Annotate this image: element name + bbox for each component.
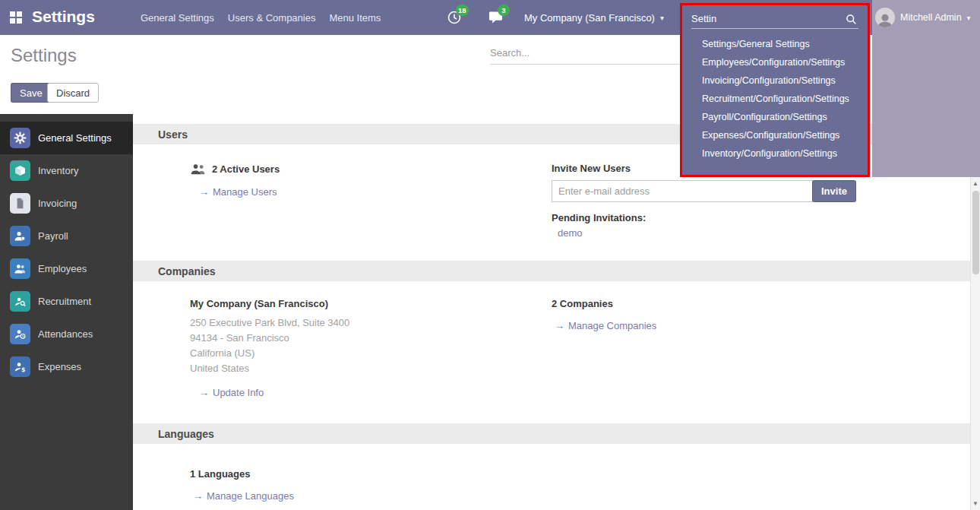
annotation-highlight-search-dropdown: Settings/General Settings Employees/Conf… — [680, 3, 870, 177]
company-address: 250 Executive Park Blvd, Suite 3400 9413… — [190, 315, 552, 376]
person-dollar-icon: $ — [10, 356, 30, 377]
company-name: My Company (San Francisco) — [524, 12, 655, 24]
person-magnifier-icon — [10, 291, 30, 312]
section-languages: 1 Languages →Manage Languages — [133, 444, 970, 502]
pending-invitations-label: Pending Invitations: — [552, 212, 940, 223]
scroll-down-arrow[interactable]: ▼ — [971, 500, 980, 507]
user-group-icon — [190, 163, 206, 176]
sidebar-item-employees[interactable]: Employees — [0, 252, 133, 285]
chevron-down-icon: ▾ — [660, 14, 664, 22]
search-result[interactable]: Payroll/Configuration/Settings — [682, 108, 868, 126]
search-result[interactable]: Inventory/Configuration/Settings — [682, 144, 868, 163]
avatar-person-icon — [877, 12, 893, 27]
sidebar-item-label: Payroll — [38, 230, 68, 242]
scroll-up-arrow[interactable]: ▲ — [971, 180, 980, 187]
active-users-count: 2 Active Users — [212, 163, 280, 175]
pending-user-link[interactable]: demo — [558, 227, 583, 239]
activities-clock-icon[interactable]: 18 — [447, 10, 463, 27]
manage-companies-link[interactable]: Manage Companies — [568, 320, 656, 331]
message-count-badge: 3 — [498, 5, 510, 16]
companies-count: 2 Companies — [552, 298, 940, 309]
scrollbar-thumb[interactable] — [972, 191, 979, 274]
sidebar-item-label: Employees — [38, 263, 87, 274]
sidebar-item-attendances[interactable]: Attendances — [0, 318, 133, 350]
menu-menu-items[interactable]: Menu Items — [329, 12, 381, 24]
languages-count: 1 Languages — [190, 468, 552, 480]
arrow-right-icon: → — [199, 186, 209, 198]
sidebar-item-invoicing[interactable]: Invoicing — [0, 187, 133, 220]
global-search-input[interactable] — [691, 11, 858, 29]
sidebar-item-label: Recruitment — [38, 296, 91, 307]
navbar-menu: General Settings Users & Companies Menu … — [141, 0, 381, 35]
app-brand-title[interactable]: Settings — [32, 8, 95, 26]
sidebar-item-label: General Settings — [38, 132, 112, 144]
company-name-label: My Company (San Francisco) — [190, 298, 552, 309]
people-icon — [10, 258, 30, 279]
settings-sidebar: General Settings Inventory Invoicing — [0, 114, 133, 510]
apps-menu-icon[interactable] — [10, 11, 22, 24]
sidebar-item-general-settings[interactable]: General Settings — [0, 122, 133, 154]
section-companies: My Company (San Francisco) 250 Executive… — [133, 281, 970, 413]
sidebar-item-recruitment[interactable]: Recruitment — [0, 285, 133, 318]
vertical-scrollbar[interactable]: ▲ ▼ — [970, 177, 980, 510]
records-search-input[interactable]: Search... — [490, 47, 680, 65]
search-result[interactable]: Expenses/Configuration/Settings — [682, 126, 868, 144]
invite-email-input[interactable] — [552, 180, 813, 202]
update-info-link[interactable]: Update Info — [213, 387, 264, 398]
activity-count-badge: 18 — [456, 5, 469, 16]
menu-users-companies[interactable]: Users & Companies — [228, 12, 316, 24]
sidebar-item-label: Attendances — [38, 328, 93, 340]
arrow-right-icon: → — [193, 490, 203, 502]
odoo-settings-page: Settings General Settings Users & Compan… — [0, 0, 980, 510]
sidebar-item-label: Invoicing — [38, 198, 77, 209]
messages-icon[interactable]: 3 — [488, 10, 505, 27]
menu-general-settings[interactable]: General Settings — [141, 12, 214, 24]
arrow-right-icon: → — [199, 387, 209, 398]
user-name: Mitchell Admin — [900, 12, 962, 23]
sidebar-item-expenses[interactable]: $ Expenses — [0, 350, 133, 383]
search-results-list: Settings/General Settings Employees/Conf… — [682, 35, 868, 163]
user-menu-trigger[interactable]: Mitchell Admin ▾ — [875, 0, 971, 35]
search-result[interactable]: Recruitment/Configuration/Settings — [682, 90, 868, 108]
invite-button[interactable]: Invite — [812, 180, 856, 202]
section-header-companies: Companies — [133, 261, 970, 281]
avatar — [875, 8, 895, 27]
gear-icon — [10, 128, 30, 148]
arrow-right-icon: → — [555, 320, 564, 331]
sidebar-item-label: Expenses — [38, 361, 81, 372]
manage-users-link[interactable]: Manage Users — [213, 186, 277, 198]
search-icon[interactable] — [846, 14, 857, 28]
page-title: Settings — [11, 45, 77, 66]
sidebar-item-inventory[interactable]: Inventory — [0, 154, 133, 187]
document-icon — [10, 193, 30, 214]
discard-button[interactable]: Discard — [47, 83, 99, 103]
section-header-languages: Languages — [133, 423, 970, 444]
svg-text:$: $ — [21, 366, 25, 373]
global-search-row — [682, 5, 868, 29]
box-icon — [10, 160, 30, 181]
search-result[interactable]: Settings/General Settings — [682, 35, 868, 53]
company-switcher[interactable]: My Company (San Francisco) ▾ — [524, 0, 664, 35]
search-result[interactable]: Invoicing/Configuration/Settings — [682, 71, 868, 90]
search-result[interactable]: Employees/Configuration/Settings — [682, 53, 868, 71]
sidebar-item-payroll[interactable]: Payroll — [0, 220, 133, 252]
chevron-down-icon: ▾ — [967, 14, 971, 22]
person-coin-icon — [10, 226, 30, 246]
manage-languages-link[interactable]: Manage Languages — [207, 490, 294, 502]
save-button[interactable]: Save — [11, 83, 52, 103]
person-clock-icon — [10, 324, 30, 344]
sidebar-item-label: Inventory — [38, 165, 78, 176]
